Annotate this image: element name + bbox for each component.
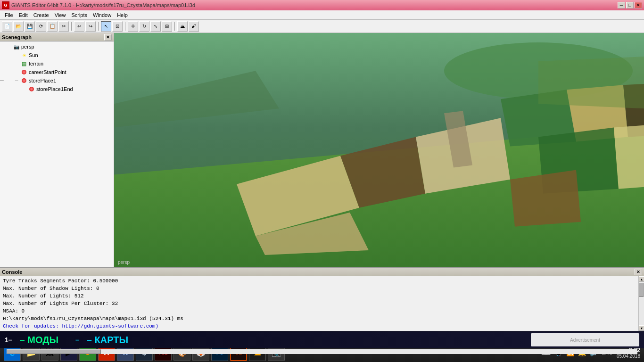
scroll-down-button[interactable]: ▼ xyxy=(639,325,644,331)
console-close[interactable]: ✕ xyxy=(635,269,642,275)
camera-icon: 📷 xyxy=(13,43,20,50)
toolbar-paint[interactable]: 🖌 xyxy=(189,21,199,32)
app-icon: G xyxy=(2,1,9,9)
menu-view[interactable]: View xyxy=(52,11,69,19)
fs-karty-label: – КАРТЫ xyxy=(87,335,128,346)
toolbar-btn7[interactable]: ⊞ xyxy=(162,21,172,32)
menu-scripts[interactable]: Scripts xyxy=(68,11,90,19)
toolbar-new[interactable]: 📄 xyxy=(2,21,12,32)
menu-bar: File Edit Create View Scripts Window Hel… xyxy=(0,10,644,20)
toolbar-select[interactable]: ↖ xyxy=(101,21,111,32)
node-label-persp: persp xyxy=(21,44,34,49)
toolbar-open[interactable]: 📂 xyxy=(13,21,24,32)
date-display: 05.04.2018 xyxy=(617,354,640,359)
scroll-up-button[interactable]: ▲ xyxy=(639,276,644,282)
main-area: Scenegraph ✕ 📷 persp ☀ Sun xyxy=(0,33,644,267)
toolbar-rotate[interactable]: ↻ xyxy=(139,21,149,32)
tree-node-store1end[interactable]: storePlace1End xyxy=(0,85,114,93)
node-label-terrain: terrain xyxy=(29,61,43,66)
hscroll-thumb[interactable] xyxy=(7,349,101,354)
toolbar-sep1 xyxy=(71,22,72,31)
tree-node-sun[interactable]: ☀ Sun xyxy=(0,51,114,59)
scenegraph-content: 📷 persp ☀ Sun ▦ terrain xyxy=(0,41,114,267)
store-icon xyxy=(21,77,27,84)
node-label-career: careerStartPoint xyxy=(29,69,66,75)
toolbar-sep4 xyxy=(174,22,175,31)
menu-edit[interactable]: Edit xyxy=(16,11,31,19)
tree-node-persp[interactable]: 📷 persp xyxy=(0,42,114,51)
toolbar-btn4[interactable]: ⟳ xyxy=(36,21,46,32)
menu-file[interactable]: File xyxy=(2,11,16,19)
sun-icon: ☀ xyxy=(21,52,27,58)
bottom-section: Console ✕ Tyre Tracks Segments Factor: 0… xyxy=(0,267,644,362)
fs-logo-dash: – xyxy=(75,336,79,344)
toolbar: 📄 📂 💾 ⟳ 📋 ✂ ↩ ↪ ↖ ⊡ ✛ ↻ ⤡ ⊞ ⛰ 🖌 xyxy=(0,20,644,33)
toolbar-terrain[interactable]: ⛰ xyxy=(177,21,188,32)
console-line: MSAA: 0 xyxy=(3,307,636,315)
console-line: Max. Number of Lights Per Cluster: 32 xyxy=(3,300,636,307)
close-button[interactable]: ✕ xyxy=(635,2,642,8)
tree-node-career[interactable]: careerStartPoint xyxy=(0,68,114,76)
tree-node-store1[interactable]: ─ ─ storePlace1 xyxy=(0,76,114,85)
console-panel: Console ✕ Tyre Tracks Segments Factor: 0… xyxy=(0,267,644,333)
title-bar: G GIANTS Editor 64bit 7.1.0 - H:/karty/m… xyxy=(0,0,644,10)
maximize-button[interactable]: □ xyxy=(626,2,634,8)
toolbar-sep2 xyxy=(98,22,99,31)
menu-window[interactable]: Window xyxy=(90,11,114,19)
toolbar-btn5[interactable]: 📋 xyxy=(47,21,58,32)
toolbar-move[interactable]: ✛ xyxy=(128,21,138,32)
toolbar-undo[interactable]: ↩ xyxy=(74,21,84,32)
scenegraph-title: Scenegraph xyxy=(2,34,32,40)
svg-marker-10 xyxy=(614,123,644,189)
title-text: GIANTS Editor 64bit 7.1.0 - H:/karty/mod… xyxy=(11,2,195,8)
fs-logo-num: 1– xyxy=(5,336,12,344)
console-line: Tyre Tracks Segments Factor: 0.500000 xyxy=(3,277,636,285)
career-icon xyxy=(21,69,27,75)
scenegraph-close[interactable]: ✕ xyxy=(104,34,112,41)
node-label-store1: storePlace1 xyxy=(29,78,56,83)
toolbar-btn6[interactable]: ✂ xyxy=(58,21,69,32)
viewport-label: persp xyxy=(118,260,130,265)
menu-help[interactable]: Help xyxy=(114,11,131,19)
menu-create[interactable]: Create xyxy=(31,11,52,19)
node-label-store1end: storePlace1End xyxy=(36,86,73,92)
console-header: Console ✕ xyxy=(0,268,644,276)
scenegraph-panel: Scenegraph ✕ 📷 persp ☀ Sun xyxy=(0,33,114,267)
viewport-svg xyxy=(114,33,644,267)
toolbar-save[interactable]: 💾 xyxy=(25,21,35,32)
console-title: Console xyxy=(2,269,22,275)
store-end-icon xyxy=(28,86,35,92)
scroll-thumb[interactable] xyxy=(639,283,644,297)
toolbar-scale[interactable]: ⤡ xyxy=(150,21,161,32)
ad-banner: Advertisement xyxy=(531,333,639,346)
console-line: Max. Number of Lights: 512 xyxy=(3,292,636,300)
terrain-icon: ▦ xyxy=(21,60,27,67)
viewport[interactable]: persp xyxy=(114,33,644,267)
tree-node-terrain[interactable]: ▦ terrain xyxy=(0,59,114,68)
console-line-path: Check for updates: http://gdn.giants-sof… xyxy=(3,322,636,330)
hscroll-track[interactable] xyxy=(7,349,637,354)
toolbar-redo[interactable]: ↪ xyxy=(85,21,96,32)
svg-marker-15 xyxy=(538,57,644,108)
minimize-button[interactable]: ─ xyxy=(618,2,625,8)
console-content: Tyre Tracks Segments Factor: 0.500000 Ma… xyxy=(0,276,638,331)
scroll-track[interactable] xyxy=(639,282,644,325)
node-label-sun: Sun xyxy=(29,52,38,58)
scenegraph-header: Scenegraph ✕ xyxy=(0,33,114,41)
fs-mody-label: – МОДЫ xyxy=(20,335,58,346)
console-line: Max. Number of Shadow Lights: 0 xyxy=(3,285,636,292)
hscroll-bar: ◄ ► xyxy=(0,348,644,354)
svg-marker-11 xyxy=(510,170,581,227)
toolbar-select2[interactable]: ⊡ xyxy=(112,21,123,32)
console-line: H:\karty\mods\fs17ru_CzystaMapa\maps\map… xyxy=(3,315,636,322)
toolbar-sep3 xyxy=(125,22,125,31)
